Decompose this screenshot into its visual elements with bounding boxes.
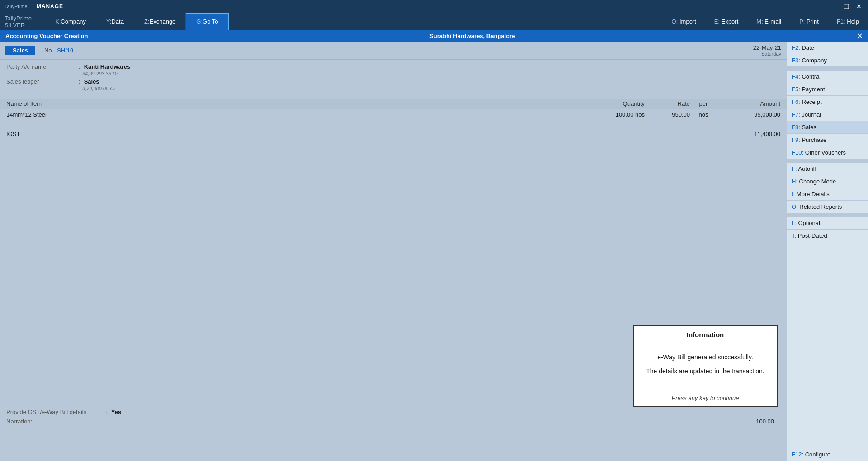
voucher-date: 22-May-21 Saturday	[753, 44, 781, 56]
col-header-qty: Quantity	[572, 100, 645, 107]
nav-export[interactable]: E: Export	[710, 18, 743, 25]
nav-help[interactable]: F1: Help	[832, 18, 863, 25]
sales-ledger-row: Sales ledger : Sales	[6, 78, 780, 85]
item-per: nos	[690, 111, 717, 118]
col-header-amount: Amount	[717, 100, 780, 107]
sidebar-spacer	[787, 242, 868, 448]
sidebar-f10-other[interactable]: F10: Other Vouchers	[787, 146, 868, 159]
title-bar-controls: — ❐ ✕	[829, 3, 863, 10]
close-button[interactable]: ✕	[854, 3, 863, 10]
nav-right: O: Import E: Export M: E-mail P: Print F…	[667, 18, 863, 25]
tax-name: IGST	[6, 131, 362, 137]
item-name: 14mm*12 Steel	[6, 111, 572, 118]
item-rate: 950.00	[645, 111, 690, 118]
gst-label: Provide GST/e-Way Bill details	[6, 409, 106, 415]
app-name: TallyPrime	[5, 4, 28, 9]
right-sidebar: F2: Date F3: Company F4: Contra F5: Paym…	[787, 42, 868, 461]
voucher-header: Sales No. SH/10 22-May-21 Saturday	[0, 42, 787, 60]
sidebar-f2-date[interactable]: F2: Date	[787, 42, 868, 54]
sidebar-f9-purchase[interactable]: F9: Purchase	[787, 134, 868, 146]
voucher-no-label: No.	[44, 47, 53, 54]
sidebar-t-postdated[interactable]: T: Post-Dated	[787, 230, 868, 242]
form-section: Party A/c name : Kanti Hardwares 34,09,2…	[0, 60, 787, 95]
minimize-button[interactable]: —	[829, 3, 838, 10]
table-row: 14mm*12 Steel 100.00 nos 950.00 nos 95,0…	[0, 109, 787, 120]
app-logo: TallyPrime SILVER	[5, 15, 32, 28]
modal-title: Information	[634, 326, 777, 343]
col-header-name: Name of Item	[6, 100, 572, 107]
sidebar-f4-contra[interactable]: F4: Contra	[787, 71, 868, 83]
nav-import[interactable]: O: Import	[667, 18, 701, 25]
info-bar: Accounting Voucher Creation Surabhi Hard…	[0, 30, 868, 42]
sidebar-f12-configure[interactable]: F12: Configure	[787, 448, 868, 461]
nav-exchange[interactable]: Z:Exchange	[134, 13, 186, 30]
nav-print[interactable]: P: Print	[795, 18, 823, 25]
app-full-name: TallyPrime	[5, 15, 32, 22]
sidebar-h-changemode[interactable]: H: Change Mode	[787, 175, 868, 188]
sidebar-f6-receipt[interactable]: F6: Receipt	[787, 96, 868, 108]
narration-row: Narration: 100.00	[6, 418, 780, 425]
close-voucher-button[interactable]: ✕	[857, 32, 863, 40]
logo-nav-bar: TallyPrime SILVER K:Company Y:Data Z:Exc…	[0, 13, 868, 30]
tax-row: IGST 11,400.00	[0, 129, 787, 139]
voucher-number: SH/10	[57, 47, 73, 54]
sidebar-f5-payment[interactable]: F5: Payment	[787, 83, 868, 96]
content-area: Sales No. SH/10 22-May-21 Saturday Party…	[0, 42, 787, 461]
voucher-day: Saturday	[753, 51, 781, 56]
restore-button[interactable]: ❐	[842, 3, 851, 10]
modal-footer: Press any key to continue	[634, 390, 777, 406]
app-edition: SILVER	[5, 22, 32, 28]
sidebar-divider-1	[787, 67, 868, 71]
party-value: Kanti Hardwares	[84, 63, 131, 70]
sidebar-f-autofill[interactable]: F: Autofill	[787, 163, 868, 175]
sidebar-divider-2	[787, 159, 868, 163]
nav-items: K:Company Y:Data Z:Exchange G:Go To	[45, 13, 667, 30]
sales-ledger-value: Sales	[84, 78, 99, 85]
company-name: Surabhi Hardwares, Bangalore	[88, 33, 857, 39]
voucher-type-button[interactable]: Sales	[5, 46, 35, 55]
manage-label: MANAGE	[37, 3, 63, 9]
sidebar-divider-3	[787, 213, 868, 217]
sidebar-f7-journal[interactable]: F7: Journal	[787, 108, 868, 121]
narration-label: Narration:	[6, 418, 106, 425]
party-row: Party A/c name : Kanti Hardwares	[6, 63, 780, 70]
items-table: Name of Item Quantity Rate per Amount 14…	[0, 99, 787, 139]
footer-section: Provide GST/e-Way Bill details : Yes Nar…	[0, 409, 787, 425]
nav-goto[interactable]: G:Go To	[186, 13, 228, 30]
party-label: Party A/c name	[6, 63, 79, 70]
party-balance: 34,09,293.33 Dr	[82, 71, 780, 76]
nav-email[interactable]: M: E-mail	[752, 18, 786, 25]
tax-amount: 11,400.00	[717, 131, 780, 137]
item-qty: 100.00 nos	[572, 111, 645, 118]
sidebar-l-optional[interactable]: L: Optional	[787, 217, 868, 230]
gst-value: Yes	[111, 409, 121, 415]
sidebar-f8-sales[interactable]: F8: Sales	[787, 121, 868, 134]
item-amount: 95,000.00	[717, 111, 780, 118]
gst-field: Provide GST/e-Way Bill details : Yes	[6, 409, 780, 415]
nav-company[interactable]: K:Company	[45, 13, 96, 30]
modal-line2: The details are updated in the transacti…	[643, 367, 768, 376]
narration-amount: 100.00	[756, 418, 774, 425]
col-header-rate: Rate	[645, 100, 690, 107]
title-bar-left: TallyPrime MANAGE	[5, 3, 63, 9]
title-bar: TallyPrime MANAGE — ❐ ✕	[0, 0, 868, 13]
main-layout: Sales No. SH/10 22-May-21 Saturday Party…	[0, 42, 868, 461]
table-header: Name of Item Quantity Rate per Amount	[0, 99, 787, 109]
sidebar-f3-company[interactable]: F3: Company	[787, 54, 868, 67]
sales-balance: 9,70,000.00 Cr	[82, 86, 780, 91]
modal-line1: e-Way Bill generated successfully.	[643, 353, 768, 362]
sidebar-o-related[interactable]: O: Related Reports	[787, 201, 868, 213]
sidebar-i-moredetails[interactable]: I: More Details	[787, 188, 868, 201]
nav-data[interactable]: Y:Data	[96, 13, 134, 30]
voucher-date-value: 22-May-21	[753, 44, 781, 51]
modal-body: e-Way Bill generated successfully. The d…	[634, 343, 777, 390]
col-header-per: per	[690, 100, 717, 107]
information-modal: Information e-Way Bill generated success…	[633, 325, 778, 407]
voucher-creation-title: Accounting Voucher Creation	[5, 33, 88, 39]
sales-ledger-label: Sales ledger	[6, 78, 79, 85]
